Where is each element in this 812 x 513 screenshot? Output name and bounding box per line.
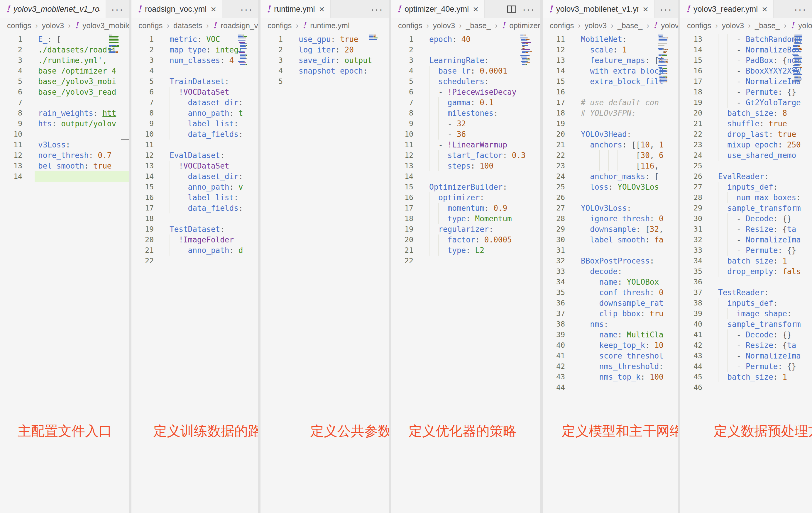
breadcrumb-item[interactable]: configs [139,21,163,30]
close-icon[interactable]: × [211,4,216,14]
more-actions-icon[interactable]: ··· [660,7,672,12]
code-text: map_type: integr [170,44,243,55]
breadcrumb-item[interactable]: configs [267,21,292,30]
close-icon[interactable]: × [319,4,325,14]
breadcrumb-file[interactable]: roadsign_voc.yml [221,21,258,30]
editor-tab[interactable]: !optimizer_40e.yml× [391,0,485,18]
yaml-warning-icon: ! [75,21,78,30]
yaml-warning-icon: ! [397,4,401,14]
more-actions-icon[interactable]: ··· [522,7,535,12]
breadcrumb-item[interactable]: configs [398,21,422,30]
code-text: type: Momentum [429,213,512,224]
breadcrumb-item[interactable]: yolov3 [433,21,455,30]
code-line: 41score_threshol [543,351,678,361]
close-icon[interactable]: × [762,4,767,14]
more-actions-icon[interactable]: ··· [111,7,124,12]
code-text: - Decode: {} [718,213,791,224]
minimap[interactable] [520,35,537,67]
line-number: 17 [680,76,702,87]
code-text: ignore_thresh: 0 [581,213,664,224]
code-editor[interactable]: 1E_: [2./datasets/roadsi3./runtime.yml',… [0,33,129,513]
tab-label: yolov3_mobilenet_v1.yml [556,5,639,14]
breadcrumb-file[interactable]: yolov3_mobilenet_v1_roadsign.yml [82,21,129,30]
breadcrumb-item[interactable]: yolov3 [42,21,64,30]
line-number: 44 [680,361,702,372]
code-line: 10data_fields: [132,129,258,140]
breadcrumb-file[interactable]: yolov3_reader.yml [798,21,812,30]
code-editor[interactable]: 1metric: VOC2map_type: integr3num_classe… [132,33,258,513]
code-line: 9hts: output/yolov [0,118,129,129]
yaml-warning-icon: ! [6,4,10,14]
yaml-warning-icon: ! [137,4,141,14]
breadcrumb-item[interactable]: _base_ [466,21,491,30]
minimap[interactable] [369,35,385,42]
breadcrumb-file[interactable]: optimizer_40e.yml [509,21,540,30]
code-text: batch_size: 1 [718,372,787,382]
code-text: - Permute: {} [718,87,796,97]
code-text: anno_path: v [170,182,243,192]
line-number: 18 [680,87,702,97]
tab-label: runtime.yml [274,5,315,14]
code-text: label_list: [170,192,238,203]
more-actions-icon[interactable]: ··· [794,7,807,12]
breadcrumb-item[interactable]: _base_ [617,21,642,30]
minimap[interactable] [109,35,125,55]
line-number: 15 [391,182,413,192]
line-number: 4 [261,66,283,76]
code-text: - Resize: {ta [718,224,796,235]
code-line: 43- NormalizeIma [680,351,812,361]
line-number: 42 [543,361,565,372]
breadcrumb-item[interactable]: yolov3 [722,21,744,30]
breadcrumb-item[interactable]: configs [7,21,31,30]
code-editor[interactable]: 11MobileNet:12scale: 113feature_maps: [4… [543,33,678,513]
code-line: 29downsample: [32, [543,224,678,235]
tab-actions: ··· [789,0,812,18]
code-text: MobileNet: [581,34,627,44]
editor-tab[interactable]: !runtime.yml× [261,0,330,18]
minimap[interactable] [238,35,255,67]
code-text: v3Loss: [38,140,70,150]
editor-tab[interactable]: !yolov3_reader.yml× [680,0,774,18]
minimap[interactable] [792,35,809,84]
breadcrumb-item[interactable]: configs [550,21,574,30]
tab-actions: ··· [501,0,540,18]
code-text: num_max_boxes: [718,192,801,203]
breadcrumb-item[interactable]: configs [687,21,711,30]
breadcrumb-file[interactable]: yolov3_mobilenet_v1.yml [661,21,678,30]
close-icon[interactable]: × [473,4,478,14]
code-line: 8rain_weights: htt [0,108,129,118]
line-number: 3 [261,55,283,66]
line-number: 12 [543,44,565,55]
code-line: 28ignore_thresh: 0 [543,213,678,224]
split-editor-icon[interactable] [506,5,517,13]
more-actions-icon[interactable]: ··· [371,7,383,12]
breadcrumb-item[interactable]: datasets [173,21,202,30]
minimap[interactable] [658,35,674,84]
code-line: 46 [680,382,812,393]
line-number: 22 [543,150,565,161]
editor-tab[interactable]: !roadsign_voc.yml× [132,0,222,18]
code-editor[interactable]: 13- BatchRandomR14- NormalizeBox15- PadB… [680,33,812,513]
tab-bar: !yolov3_mobilenet_v1_roadsign.yml··· [0,0,129,18]
code-text: hts: output/yolov [38,118,116,129]
line-number: 15 [680,55,702,66]
line-number: 37 [543,308,565,319]
code-line: 30label_smooth: fa [543,235,678,245]
code-editor[interactable]: 1use_gpu: true2log_iter: 203save_dir: ou… [261,33,389,513]
editor-tab[interactable]: !yolov3_mobilenet_v1.yml× [543,0,655,18]
close-icon[interactable]: × [643,4,648,14]
code-text: - PadBox: {num [718,55,801,66]
breadcrumb-file[interactable]: runtime.yml [310,21,349,30]
breadcrumb-item[interactable]: yolov3 [585,21,607,30]
line-number: 32 [543,255,565,266]
line-number: 11 [543,34,565,44]
editor-tab[interactable]: !yolov3_mobilenet_v1_roadsign.yml [0,0,106,18]
code-text: ./runtime.yml', [38,55,107,66]
more-actions-icon[interactable]: ··· [240,7,253,12]
line-number: 21 [680,118,702,129]
code-text: nms_threshold: [581,361,664,372]
line-number: 26 [543,192,565,203]
code-editor[interactable]: 1epoch: 4023LearningRate:4base_lr: 0.000… [391,33,540,513]
code-text: factor: 0.0005 [429,235,512,245]
breadcrumb-item[interactable]: _base_ [755,21,780,30]
